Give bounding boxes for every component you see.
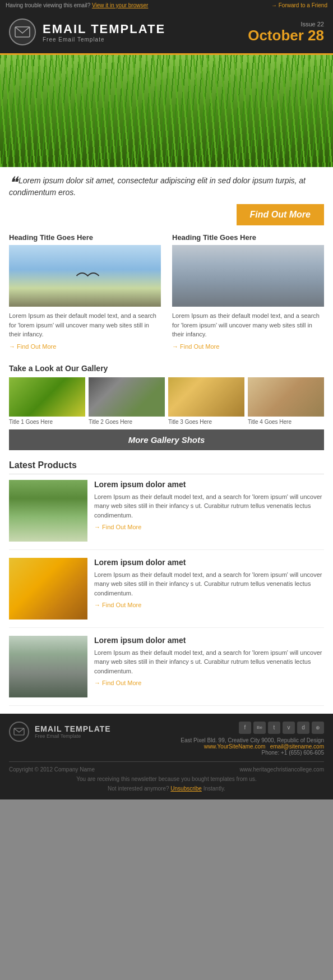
footer-newsletter: You are receiving this newsletter becaus… — [9, 776, 324, 782]
gallery-label-2: Title 2 Goes Here — [89, 419, 165, 425]
gallery-label-1: Title 1 Goes Here — [9, 419, 85, 425]
footer-bottom: Copyright © 2012 Company Name www.herita… — [9, 766, 324, 773]
quote-text: ❝Lorem ipsum dolor sit amet, consectetur… — [9, 175, 324, 198]
dribbble-icon[interactable]: d — [297, 722, 309, 734]
footer-top: EMAIL TEMPLATE Free Email Template f Be … — [9, 722, 324, 756]
product-title-3: Lorem ipsum dolor amet — [94, 636, 324, 645]
thumb-shell-icon — [248, 377, 324, 417]
gallery-thumb-1 — [9, 377, 85, 417]
product-link-3[interactable]: Find Out More — [94, 679, 141, 686]
article-1-heading: Heading Title Goes Here — [9, 233, 161, 242]
products-title: Latest Products — [9, 460, 324, 474]
product-plane-bg — [9, 636, 87, 697]
footer-social: f Be t v d ⊕ — [239, 722, 324, 734]
article-col-1: Heading Title Goes Here Lorem Ipsum as t… — [9, 233, 166, 350]
footer-unsubscribe: Not interested anymore? Unsubscribe Inst… — [9, 785, 324, 792]
email-footer: EMAIL TEMPLATE Free Email Template f Be … — [0, 714, 333, 799]
product-lake-bg — [9, 480, 87, 542]
article-1-image — [9, 245, 161, 307]
sky-image — [9, 245, 161, 307]
footer-logo-title: EMAIL TEMPLATE — [35, 724, 111, 733]
logo-icon — [9, 19, 36, 45]
gallery-item-4: Title 4 Goes Here — [248, 377, 324, 425]
footer-website-link[interactable]: www.YourSiteName.com — [204, 743, 266, 750]
email-header: EMAIL TEMPLATE Free Email Template Issue… — [0, 11, 333, 55]
article-2-heading: Heading Title Goes Here — [172, 233, 324, 242]
more-gallery-shots-button[interactable]: More Gallery Shots — [128, 435, 205, 445]
gallery-section: Take a Look at Our Gallery Title 1 Goes … — [0, 358, 333, 450]
facebook-icon[interactable]: f — [239, 722, 251, 734]
product-content-3: Lorem ipsum dolor amet Lorem Ipsum as th… — [94, 636, 324, 697]
header-subtitle: Free Email Template — [43, 36, 165, 43]
forward-link[interactable]: → Forward to a Friend — [271, 2, 327, 8]
footer-divider — [9, 761, 324, 762]
product-image-1 — [9, 480, 87, 542]
gallery-btn-row: More Gallery Shots — [9, 429, 324, 450]
footer-email-link[interactable]: email@sitename.com — [270, 743, 324, 750]
thumb-flowers-icon — [168, 377, 244, 417]
gallery-item-2: Title 2 Goes Here — [89, 377, 165, 425]
product-item-3: Lorem ipsum dolor amet Lorem Ipsum as th… — [9, 636, 324, 706]
footer-contact: www.YourSiteName.com email@sitename.com — [181, 743, 324, 750]
issue-label: Issue 22 — [248, 21, 324, 27]
trouble-text: Having trouble viewing this email? View … — [6, 2, 148, 8]
footer-logo-icon — [9, 722, 29, 742]
thumb-field-icon — [9, 377, 85, 417]
product-title-1: Lorem ipsum dolor amet — [94, 480, 324, 489]
top-bar: Having trouble viewing this email? View … — [0, 0, 333, 11]
twitter-icon[interactable]: t — [268, 722, 280, 734]
footer-phone: Phone: +1 (655) 606-605 — [181, 750, 324, 756]
rss-icon[interactable]: ⊕ — [312, 722, 324, 734]
footer-address: East Pixel Bld. 99, Creative City 9000, … — [181, 737, 324, 743]
product-text-3: Lorem Ipsum as their default model text,… — [94, 648, 324, 676]
footer-logo-sub: Free Email Template — [35, 733, 111, 739]
view-in-browser-link[interactable]: View it in your browser — [92, 2, 148, 8]
gallery-grid: Title 1 Goes Here Title 2 Goes Here Titl… — [9, 377, 324, 425]
gallery-title: Take a Look at Our Gallery — [9, 364, 324, 373]
product-item-1: Lorem ipsum dolor amet Lorem Ipsum as th… — [9, 480, 324, 550]
find-out-more-button[interactable]: Find Out More — [237, 204, 324, 225]
product-image-3 — [9, 636, 87, 697]
product-item-2: Lorem ipsum dolor amet Lorem Ipsum as th… — [9, 558, 324, 628]
find-out-btn-row: Find Out More — [9, 204, 324, 225]
hero-grass-bg — [0, 55, 333, 167]
footer-copyright: Copyright © 2012 Company Name — [9, 766, 95, 773]
gallery-item-3: Title 3 Goes Here — [168, 377, 244, 425]
two-col-articles: Heading Title Goes Here Lorem Ipsum as t… — [0, 233, 333, 358]
article-1-text: Lorem Ipsum as their default model text,… — [9, 311, 161, 339]
footer-info: East Pixel Bld. 99, Creative City 9000, … — [181, 737, 324, 756]
vimeo-icon[interactable]: v — [283, 722, 295, 734]
article-1-link[interactable]: Find Out More — [9, 343, 56, 350]
quote-section: ❝Lorem ipsum dolor sit amet, consectetur… — [0, 167, 333, 233]
gallery-label-4: Title 4 Goes Here — [248, 419, 324, 425]
behance-icon[interactable]: Be — [253, 722, 266, 734]
hero-image — [0, 55, 333, 167]
email-wrapper: Having trouble viewing this email? View … — [0, 0, 333, 799]
product-flower-bg — [9, 558, 87, 620]
gallery-item-1: Title 1 Goes Here — [9, 377, 85, 425]
product-image-2 — [9, 558, 87, 620]
header-right: Issue 22 October 28 — [248, 21, 324, 44]
footer-logo: EMAIL TEMPLATE Free Email Template — [9, 722, 111, 742]
article-2-link[interactable]: Find Out More — [172, 343, 219, 350]
gallery-thumb-3 — [168, 377, 244, 417]
article-2-image — [172, 245, 324, 307]
footer-logo-text: EMAIL TEMPLATE Free Email Template — [35, 724, 111, 739]
header-title-block: EMAIL TEMPLATE Free Email Template — [43, 22, 165, 43]
product-link-1[interactable]: Find Out More — [94, 524, 141, 530]
gallery-thumb-4 — [248, 377, 324, 417]
footer-url: www.heritagechristiancollege.com — [239, 766, 324, 773]
water-image — [172, 245, 324, 307]
unsubscribe-link[interactable]: Unsubscribe — [170, 785, 202, 792]
product-link-2[interactable]: Find Out More — [94, 602, 141, 608]
gallery-label-3: Title 3 Goes Here — [168, 419, 244, 425]
product-content-1: Lorem ipsum dolor amet Lorem Ipsum as th… — [94, 480, 324, 542]
product-text-2: Lorem Ipsum as their default model text,… — [94, 570, 324, 598]
thumb-bird-icon — [89, 377, 165, 417]
footer-right: f Be t v d ⊕ East Pixel Bld. 99, Creativ… — [181, 722, 324, 756]
product-text-1: Lorem Ipsum as their default model text,… — [94, 492, 324, 520]
article-col-2: Heading Title Goes Here Lorem Ipsum as t… — [166, 233, 324, 350]
header-title: EMAIL TEMPLATE — [43, 22, 165, 36]
header-left: EMAIL TEMPLATE Free Email Template — [9, 19, 165, 45]
gallery-thumb-2 — [89, 377, 165, 417]
